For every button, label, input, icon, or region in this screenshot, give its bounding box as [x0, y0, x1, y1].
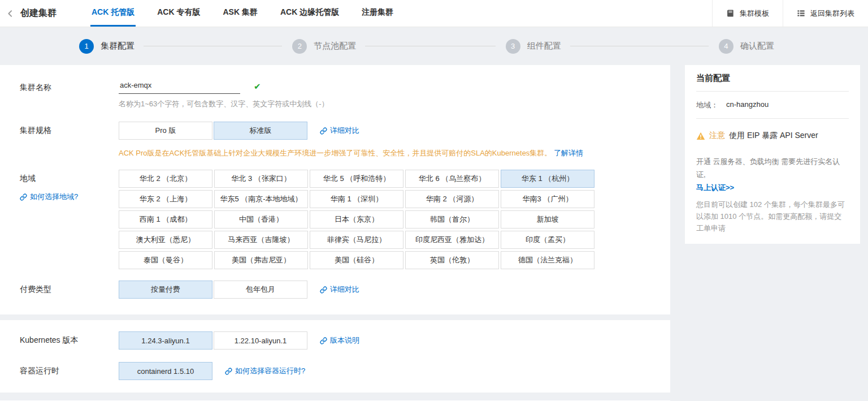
region-label-block: 地域 如何选择地域? [20, 170, 119, 202]
step-label: 确认配置 [740, 41, 774, 51]
region-option[interactable]: 华东 1 （杭州） [501, 170, 594, 188]
cluster-type-tab[interactable]: ACK 边缘托管版 [279, 0, 340, 27]
cluster-type-tabs: ACK 托管版ACK 专有版ASK 集群ACK 边缘托管版注册集群 [90, 0, 394, 27]
region-option[interactable]: 泰国（曼谷） [119, 251, 212, 269]
current-region-value: cn-hangzhou [726, 100, 769, 110]
spec-compare-link[interactable]: 详细对比 [320, 126, 359, 136]
main-form: 集群名称 ✔ 名称为1~63个字符，可包含数字、汉字、英文字符或中划线（-） 集… [0, 65, 670, 401]
version-notes-link[interactable]: 版本说明 [320, 335, 359, 346]
create-cluster-page: 创建集群 ACK 托管版ACK 专有版ASK 集群ACK 边缘托管版注册集群 集… [0, 0, 868, 401]
back-to-cluster-list-button[interactable]: 返回集群列表 [783, 0, 868, 27]
k8s-version-option[interactable]: 1.22.10-aliyun.1 [214, 331, 307, 350]
link-chain-icon [320, 337, 327, 344]
valid-check-icon: ✔ [254, 81, 261, 92]
region-option[interactable]: 华东5 （南京-本地地域） [214, 190, 308, 208]
eip-warning: 注意 使用 EIP 暴露 API Server [696, 119, 849, 142]
region-option[interactable]: 美国（硅谷） [310, 251, 403, 269]
region-option[interactable]: 英国（伦敦） [405, 251, 499, 269]
region-option[interactable]: 华北 5 （呼和浩特） [310, 170, 403, 188]
cluster-template-label: 集群模板 [740, 8, 769, 19]
region-option[interactable]: 华北 3 （张家口） [214, 170, 308, 188]
runtime-options: containerd 1.5.10 [119, 362, 212, 380]
pay-type-option[interactable]: 按量付费 [119, 281, 212, 299]
runtime-option[interactable]: containerd 1.5.10 [119, 362, 212, 380]
pay-compare-link[interactable]: 详细对比 [320, 284, 359, 295]
cluster-spec-row: 集群规格 Pro 版标准版 详细对比 [0, 122, 670, 158]
cluster-config-card: 集群名称 ✔ 名称为1~63个字符，可包含数字、汉字、英文字符或中划线（-） 集… [0, 65, 670, 314]
link-chain-icon [20, 193, 27, 201]
pay-type-option[interactable]: 包年包月 [214, 281, 307, 299]
region-option[interactable]: 华南3 （广州） [501, 190, 594, 208]
wizard-step: 1 集群配置 [79, 39, 292, 54]
region-option[interactable]: 华北 6 （乌兰察布） [405, 170, 499, 188]
region-option[interactable]: 印度（孟买） [501, 231, 594, 249]
region-option[interactable]: 西南 1 （成都） [119, 210, 212, 228]
wizard-stepper: 1 集群配置 2 节点池配置 3 组件配置 4 确认配置 [0, 27, 868, 65]
chevron-left-icon [6, 10, 14, 18]
cluster-name-label: 集群名称 [20, 79, 119, 93]
runtime-help-link[interactable]: 如何选择容器运行时? [225, 366, 305, 376]
cluster-spec-option[interactable]: 标准版 [214, 122, 307, 140]
k8s-version-option[interactable]: 1.24.3-aliyun.1 [119, 331, 212, 350]
region-label: 地域 [20, 174, 119, 184]
cluster-spec-control: Pro 版标准版 详细对比 ACK Pro版是在ACK托管版基础上针对企业大规模… [119, 122, 583, 158]
region-option[interactable]: 美国（弗吉尼亚） [214, 251, 308, 269]
pay-type-row: 付费类型 按量付费包年包月 详细对比 [0, 281, 670, 299]
learn-more-link[interactable]: 了解详情 [554, 148, 583, 158]
warning-triangle-icon [696, 132, 705, 140]
cluster-spec-label: 集群规格 [20, 122, 119, 136]
region-option[interactable]: 新加坡 [501, 210, 594, 228]
step-number-badge: 2 [292, 39, 307, 54]
back-button[interactable] [0, 0, 20, 27]
template-book-icon [726, 9, 735, 18]
step-label: 组件配置 [527, 41, 561, 51]
cluster-template-button[interactable]: 集群模板 [712, 0, 783, 27]
cluster-type-tab[interactable]: ACK 专有版 [156, 0, 201, 27]
warning-tag: 注意 [709, 131, 725, 141]
region-option[interactable]: 日本（东京） [310, 210, 403, 228]
step-connector-line [365, 46, 495, 46]
region-option[interactable]: 德国（法兰克福） [501, 251, 594, 269]
cluster-name-hint: 名称为1~63个字符，可包含数字、汉字、英文字符或中划线（-） [119, 99, 329, 109]
realname-auth-note: 开通 云服务器、负载均衡 需要先进行实名认证, 马上认证>> [696, 156, 849, 194]
current-config-panel: 当前配置 地域： cn-hangzhou 注意 使用 EIP 暴露 API Se… [685, 65, 860, 244]
current-config-title: 当前配置 [696, 73, 849, 91]
step-connector-line [570, 46, 709, 46]
region-option[interactable]: 澳大利亚（悉尼） [119, 231, 212, 249]
cluster-type-tab[interactable]: ACK 托管版 [90, 0, 136, 27]
quota-note: 您目前可以创建 102 个集群，每个集群最多可以添加 1010 个节点。如需更高… [696, 199, 849, 234]
region-option[interactable]: 华南 1 （深圳） [310, 190, 403, 208]
auth-now-link[interactable]: 马上认证>> [696, 182, 734, 195]
cluster-type-tab[interactable]: 注册集群 [361, 0, 394, 27]
cluster-spec-option[interactable]: Pro 版 [119, 122, 212, 140]
region-option[interactable]: 韩国（首尔） [405, 210, 499, 228]
version-card: Kubernetes 版本 1.24.3-aliyun.11.22.10-ali… [0, 320, 670, 393]
region-option[interactable]: 印度尼西亚（雅加达） [405, 231, 499, 249]
step-number-badge: 1 [79, 39, 94, 54]
region-option[interactable]: 菲律宾（马尼拉） [310, 231, 403, 249]
region-option[interactable]: 华东 2 （上海） [119, 190, 212, 208]
warning-text: 使用 EIP 暴露 API Server [729, 131, 818, 141]
cluster-spec-options: Pro 版标准版 [119, 122, 307, 140]
link-chain-icon [320, 286, 327, 294]
cluster-name-input[interactable] [119, 79, 240, 94]
current-region-row: 地域： cn-hangzhou [696, 92, 849, 118]
back-to-cluster-list-label: 返回集群列表 [810, 8, 854, 19]
region-option[interactable]: 华南 2 （河源） [405, 190, 499, 208]
pay-type-label: 付费类型 [20, 281, 119, 295]
cluster-name-row: 集群名称 ✔ 名称为1~63个字符，可包含数字、汉字、英文字符或中划线（-） [0, 79, 670, 109]
runtime-row: 容器运行时 containerd 1.5.10 如何选择容器运行时? [0, 362, 670, 380]
region-help-link[interactable]: 如何选择地域? [20, 192, 78, 202]
region-option[interactable]: 马来西亚（吉隆坡） [214, 231, 308, 249]
step-label: 集群配置 [101, 41, 134, 51]
cluster-name-control: ✔ 名称为1~63个字符，可包含数字、汉字、英文字符或中划线（-） [119, 79, 329, 109]
link-chain-icon [320, 127, 327, 135]
region-row: 地域 如何选择地域? 华北 2 （北京）华北 3 （张家口）华北 5 （呼和浩特… [0, 170, 670, 269]
pay-type-options: 按量付费包年包月 [119, 281, 307, 299]
step-connector-line [144, 46, 282, 46]
region-option[interactable]: 华北 2 （北京） [119, 170, 212, 188]
cluster-type-tab[interactable]: ASK 集群 [222, 0, 258, 27]
header: 创建集群 ACK 托管版ACK 专有版ASK 集群ACK 边缘托管版注册集群 集… [0, 0, 868, 27]
pro-version-note: ACK Pro版是在ACK托管版基础上针对企业大规模生产环境进一步增强了可靠性、… [119, 148, 583, 158]
region-option[interactable]: 中国（香港） [214, 210, 308, 228]
